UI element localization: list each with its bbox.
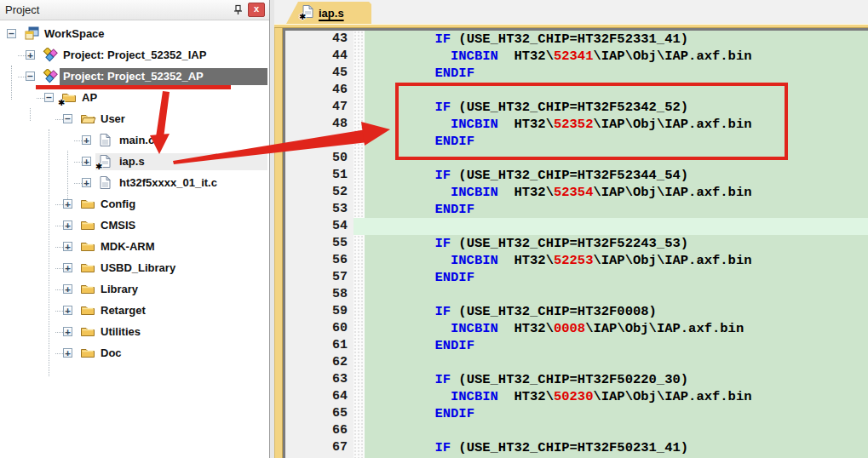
line-number: 53 — [285, 201, 354, 218]
line-margin — [354, 48, 365, 65]
code-line-51[interactable]: 51 IF (USE_HT32_CHIP=HT32F52344_54) — [285, 167, 868, 184]
tree-item-label: MDK-ARM — [101, 240, 155, 254]
code-line-47[interactable]: 47 IF (USE_HT32_CHIP=HT32F52342_52) — [285, 99, 868, 116]
line-margin — [354, 388, 365, 405]
tree-item-user[interactable]: −User — [0, 111, 269, 128]
tree-item-usbd-library[interactable]: +USBD_Library — [0, 260, 269, 277]
expand-icon[interactable]: + — [63, 327, 72, 336]
expand-icon[interactable]: + — [82, 157, 91, 166]
code-line-65[interactable]: 65 ENDIF — [285, 405, 868, 422]
tree-item-main-c[interactable]: +main.c — [0, 132, 269, 149]
line-margin — [354, 184, 365, 201]
expand-icon[interactable]: + — [82, 178, 91, 187]
tree-item-mdk-arm[interactable]: +MDK-ARM — [0, 238, 269, 255]
code-line-66[interactable]: 66 — [285, 422, 868, 439]
tree-item-cmsis[interactable]: +CMSIS — [0, 217, 269, 234]
code-text: IF (USE_HT32_CHIP=HT32F0008) — [365, 303, 868, 320]
code-text — [365, 218, 868, 235]
expand-icon[interactable]: + — [63, 306, 72, 315]
line-margin — [354, 167, 365, 184]
collapse-icon[interactable]: − — [26, 72, 35, 81]
code-line-57[interactable]: 57 ENDIF — [285, 269, 868, 286]
code-line-49[interactable]: 49 ENDIF — [285, 133, 868, 150]
tree-item-project-project-52352-ap[interactable]: −Project: Project_52352_AP — [0, 68, 269, 85]
pin-icon[interactable] — [233, 4, 244, 15]
line-number: 51 — [285, 167, 354, 184]
line-number: 63 — [285, 371, 354, 388]
tree-item-config[interactable]: +Config — [0, 196, 269, 213]
code-line-46[interactable]: 46 — [285, 82, 868, 99]
line-margin — [354, 116, 365, 133]
expand-icon[interactable]: + — [63, 220, 72, 230]
tree-item-project-project-52352-iap[interactable]: +Project: Project_52352_IAP — [0, 47, 269, 64]
line-margin — [354, 99, 365, 116]
code-text: INCBIN HT32\0008\IAP\Obj\IAP.axf.bin — [365, 320, 868, 337]
expand-icon[interactable]: + — [63, 348, 72, 358]
code-line-54[interactable]: 54 — [285, 218, 868, 235]
code-text: ENDIF — [365, 269, 868, 286]
code-line-45[interactable]: 45 ENDIF — [285, 65, 868, 82]
file-gear-icon: ✱ — [302, 4, 314, 22]
expand-icon[interactable]: + — [82, 135, 91, 145]
code-line-44[interactable]: 44 INCBIN HT32\52341\IAP\Obj\IAP.axf.bin — [285, 48, 868, 65]
tree-guide-stub — [18, 55, 26, 56]
code-document[interactable]: 43 IF (USE_HT32_CHIP=HT32F52331_41)44 IN… — [283, 28, 868, 458]
tree-item-doc[interactable]: +Doc — [0, 345, 269, 362]
expand-icon[interactable]: + — [63, 263, 72, 272]
line-number: 43 — [285, 31, 354, 48]
collapse-icon[interactable]: − — [63, 114, 72, 123]
tree-item-label: Doc — [101, 346, 122, 360]
folder-open-icon — [80, 112, 96, 126]
code-line-59[interactable]: 59 IF (USE_HT32_CHIP=HT32F0008) — [285, 303, 868, 320]
code-line-58[interactable]: 58 — [285, 286, 868, 303]
editor-tab-bar: ✱ iap.s — [274, 0, 868, 24]
tree-item-utilities[interactable]: +Utilities — [0, 323, 269, 341]
line-number: 50 — [285, 150, 354, 167]
tree-guide-stub — [55, 311, 63, 312]
code-line-62[interactable]: 62 — [285, 354, 868, 371]
expand-icon[interactable]: + — [63, 284, 72, 294]
code-line-48[interactable]: 48 INCBIN HT32\52352\IAP\Obj\IAP.axf.bin — [285, 116, 868, 133]
expand-icon[interactable]: + — [63, 199, 72, 209]
tree-item-ap[interactable]: −✱AP — [0, 89, 269, 106]
code-line-50[interactable]: 50 — [285, 150, 868, 167]
line-number: 57 — [285, 269, 354, 286]
code-line-52[interactable]: 52 INCBIN HT32\52354\IAP\Obj\IAP.axf.bin — [285, 184, 868, 201]
tree-item-iap-s[interactable]: +✱iap.s — [0, 153, 269, 170]
tree-item-label: Project: Project_52352_AP — [63, 70, 204, 83]
code-line-56[interactable]: 56 INCBIN HT32\52253\IAP\Obj\IAP.axf.bin — [285, 252, 868, 269]
tree-item-ht32f5xxxx-01-it-c[interactable]: +ht32f5xxxx_01_it.c — [0, 175, 269, 192]
tree-guide-stub — [55, 119, 63, 120]
project-panel: Project x −WorkSpace+Project: Project_52… — [0, 0, 270, 458]
code-line-67[interactable]: 67 IF (USE_HT32_CHIP=HT32F50231_41) — [285, 439, 868, 456]
tree-item-retarget[interactable]: +Retarget — [0, 302, 269, 319]
code-text: ENDIF — [365, 201, 868, 218]
code-text: ENDIF — [365, 133, 868, 150]
code-line-63[interactable]: 63 IF (USE_HT32_CHIP=HT32F50220_30) — [285, 371, 868, 388]
expand-icon[interactable]: + — [26, 50, 35, 60]
collapse-icon[interactable]: − — [44, 93, 54, 102]
code-text: IF (USE_HT32_CHIP=HT32F52243_53) — [365, 235, 868, 252]
editor-frame-left — [274, 28, 283, 458]
code-text: ENDIF — [365, 337, 868, 354]
line-number: 61 — [285, 337, 354, 354]
code-line-64[interactable]: 64 INCBIN HT32\50230\IAP\Obj\IAP.axf.bin — [285, 388, 868, 405]
collapse-icon[interactable]: − — [7, 29, 16, 38]
code-text: IF (USE_HT32_CHIP=HT32F50220_30) — [365, 371, 868, 388]
line-margin — [354, 422, 365, 439]
code-text: INCBIN HT32\52341\IAP\Obj\IAP.axf.bin — [365, 48, 868, 65]
line-number: 52 — [285, 184, 354, 201]
tree-item-label: AP — [82, 91, 97, 105]
close-icon[interactable]: x — [248, 3, 265, 17]
code-line-43[interactable]: 43 IF (USE_HT32_CHIP=HT32F52331_41) — [285, 31, 868, 48]
folder-icon — [80, 218, 96, 232]
code-line-61[interactable]: 61 ENDIF — [285, 337, 868, 354]
tree-item-library[interactable]: +Library — [0, 281, 269, 298]
tab-iap-s[interactable]: ✱ iap.s — [286, 2, 371, 24]
code-line-60[interactable]: 60 INCBIN HT32\0008\IAP\Obj\IAP.axf.bin — [285, 320, 868, 337]
code-line-53[interactable]: 53 ENDIF — [285, 201, 868, 218]
tree-item-workspace[interactable]: −WorkSpace — [0, 26, 269, 43]
expand-icon[interactable]: + — [63, 242, 72, 251]
code-line-55[interactable]: 55 IF (USE_HT32_CHIP=HT32F52243_53) — [285, 235, 868, 252]
folder-icon — [80, 346, 96, 360]
